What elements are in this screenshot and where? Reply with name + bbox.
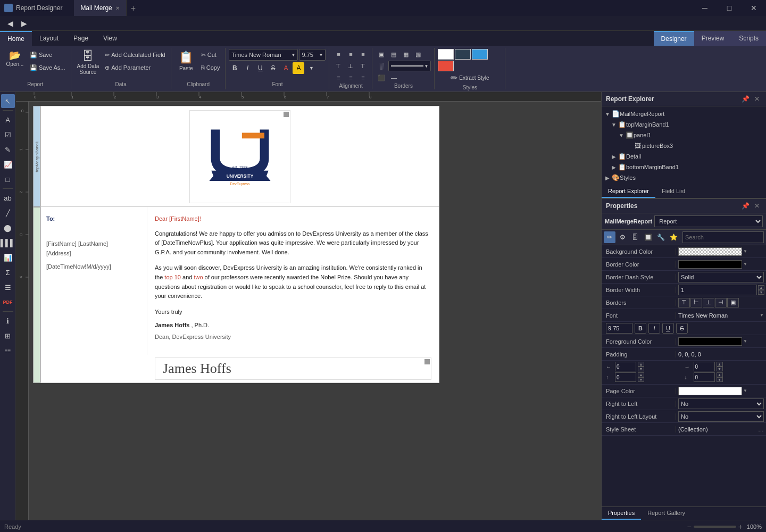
border-style-combo[interactable]: ▼ [388,61,431,71]
font-color-btn[interactable]: A [280,62,292,74]
tree-item-topmargin[interactable]: ▼ 📋 topMarginBand1 [602,119,766,130]
resize-handle[interactable] [284,112,289,117]
tree-toggle-topmargin[interactable]: ▼ [610,121,618,128]
signature-box[interactable]: James Hoffs [155,358,431,380]
tree-item-panel1[interactable]: ▼ 🔲 panel1 [602,130,766,140]
border-more-btn[interactable]: ░ [376,61,387,71]
align-bot-btn[interactable]: ⊤ [357,61,369,71]
style-dark[interactable] [455,49,471,60]
border-color-swatch[interactable] [678,260,742,269]
tab-properties[interactable]: Properties [602,507,641,520]
tree-toggle-styles[interactable]: ▶ [604,174,611,181]
sum-tool-btn[interactable]: Σ [1,265,15,279]
table-tool-btn[interactable]: ⊞ [1,329,15,343]
props-tool-wrench[interactable]: 🔧 [655,231,667,243]
tab-close-btn[interactable]: ✕ [115,5,120,11]
padding-right-up[interactable]: ▲ [717,362,723,367]
props-font-size-input[interactable] [606,323,632,334]
ribbon-tab-scripts[interactable]: Scripts [731,31,766,46]
border-left-btn[interactable]: ⊣ [715,298,727,307]
sig-resize-handle[interactable] [424,359,430,364]
ribbon-tab-view[interactable]: View [96,31,124,46]
edit-tool-btn[interactable]: ✎ [1,143,15,156]
list-tool-btn[interactable]: ☰ [1,280,15,294]
border-btn-1[interactable]: ▣ [376,49,387,60]
copy-btn[interactable]: ⎘ Copy [199,62,222,73]
border-all-btn[interactable]: ▣ [727,298,739,307]
right-to-left-layout-select[interactable]: No Yes [678,411,764,422]
cut-btn[interactable]: ✂ Cut [199,49,222,61]
props-tool-pencil[interactable]: ✏ [604,231,615,243]
props-underline-btn[interactable]: U [662,323,674,334]
font-more-btn[interactable]: ▼ [305,62,317,74]
props-object-type-select[interactable]: Report [654,215,763,227]
logo-box[interactable]: UNIVERSITY est. 1998 DevExpress [189,110,290,203]
props-tool-db[interactable]: 🗄 [629,231,641,243]
select-tool-btn[interactable]: ↖ [1,94,15,108]
padding-left-up[interactable]: ▲ [638,362,644,367]
padding-bottom-up[interactable]: ▲ [717,372,723,377]
ribbon-tab-home[interactable]: Home [0,31,32,46]
pin-btn[interactable]: 📌 [740,94,750,104]
padding-top-input[interactable] [615,372,636,382]
padding-top-down[interactable]: ▼ [638,377,644,382]
tab-mail-merge[interactable]: Mail Merge ✕ [74,0,126,16]
padding-left-down[interactable]: ▼ [638,367,644,371]
paste-btn[interactable]: 📋 Paste [174,49,198,73]
padding-left-input[interactable] [615,362,636,371]
forward-btn[interactable]: ▶ [18,18,30,29]
zoom-in-btn[interactable]: + [738,522,743,531]
props-tool-layout[interactable]: 🔲 [642,231,654,243]
tree-toggle-detail[interactable]: ▶ [610,153,618,160]
border-btn-3[interactable]: ▦ [400,49,412,60]
align-mid-btn[interactable]: ⊥ [345,61,356,71]
props-strike-btn[interactable]: S [676,323,688,334]
props-bold-btn[interactable]: B [635,323,646,334]
tree-toggle-picturebox3[interactable]: ▶ [626,142,634,149]
padding-bottom-down[interactable]: ▼ [717,377,723,382]
border-width-input[interactable] [678,285,757,295]
style-sheet-ellipsis-btn[interactable]: … [758,426,764,433]
zoom-out-btn[interactable]: − [687,522,691,531]
close-panel-btn[interactable]: ✕ [752,94,762,104]
tree-item-detail[interactable]: ▶ 📋 Detail [602,151,766,162]
tree-toggle-panel1[interactable]: ▼ [618,131,625,139]
props-italic-btn[interactable]: I [648,323,660,334]
background-color-swatch[interactable] [678,247,742,256]
barcode-tool-btn[interactable]: ▌▌▌ [1,236,15,250]
extract-style-btn[interactable]: ✏ Extract Style [438,71,502,85]
style-normal[interactable] [438,49,454,60]
add-calculated-field-btn[interactable]: ✏ Add Calculated Field [103,49,168,61]
align-justify-btn[interactable]: ≡ [332,72,344,83]
circle-tool-btn[interactable]: ⬤ [1,221,15,235]
border-btn-4[interactable]: ▧ [412,49,424,60]
text-tool-btn[interactable]: A [1,113,15,127]
close-btn[interactable]: ✕ [742,0,766,16]
align-equal-btn[interactable]: ≡ [357,72,369,83]
props-close-btn[interactable]: ✕ [752,201,762,211]
background-color-arrow[interactable]: ▼ [743,249,747,254]
border-color-btn[interactable]: ⬛ [376,72,387,83]
foreground-color-swatch[interactable] [678,337,742,346]
info-tool-btn[interactable]: ℹ [1,314,15,328]
strikethrough-btn[interactable]: S [267,62,279,74]
ribbon-tab-layout[interactable]: Layout [32,31,66,46]
ribbon-tab-preview[interactable]: Preview [694,31,732,46]
tree-toggle-root[interactable]: ▼ [604,110,611,118]
font-select-arrow[interactable]: ▼ [760,313,764,318]
italic-btn[interactable]: I [242,62,253,74]
border-weight-btn[interactable]: — [388,72,399,83]
props-tool-star[interactable]: ⭐ [668,231,679,243]
align-left-btn[interactable]: ≡ [332,49,344,60]
line-tool-btn[interactable]: ╱ [1,206,15,220]
maximize-btn[interactable]: □ [717,0,742,16]
text2-tool-btn[interactable]: ab [1,191,15,205]
tree-item-root[interactable]: ▼ 📄 MailMergeReport [602,109,766,119]
tab-add-btn[interactable]: + [127,0,140,16]
chart-tool-btn[interactable]: 📈 [1,157,15,171]
tree-item-styles[interactable]: ▶ 🎨 Styles [602,172,766,183]
border-color-arrow[interactable]: ▼ [743,262,747,267]
align-distribute-btn[interactable]: ≡ [345,72,356,83]
style-blue[interactable] [472,49,488,60]
font-size-combo[interactable]: 9.75 ▼ [299,49,326,61]
